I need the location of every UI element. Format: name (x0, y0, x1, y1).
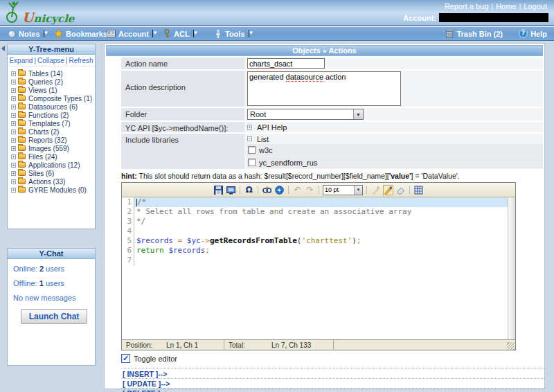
code-area[interactable]: 1/*2* Select all rows from table and cre… (122, 197, 515, 339)
library-label: w3c (259, 146, 273, 154)
svg-text:?: ? (521, 30, 525, 37)
tree-item-tables-14[interactable]: +Tables (14) (11, 69, 95, 78)
launch-chat-button[interactable]: Launch Chat (21, 309, 88, 324)
tree-action-collapse[interactable]: Collapse (37, 57, 64, 64)
editor-vertical-scrollbar[interactable] (508, 197, 515, 339)
expand-plus-icon[interactable]: + (11, 154, 16, 159)
eraser-icon[interactable] (395, 185, 406, 195)
tree-item-label: Queries (2) (28, 78, 63, 86)
folder-select[interactable]: Root ▼ (247, 109, 364, 120)
redo-icon[interactable]: ↷ (305, 185, 315, 195)
font-size-select[interactable]: 10 pt ▼ (323, 185, 363, 195)
tree-item-actions-33[interactable]: +Actions (33) (11, 177, 95, 186)
tree-item-sites-6[interactable]: +Sites (6) (11, 169, 95, 177)
toggle-editor-checkbox[interactable]: ✓ (121, 354, 130, 363)
expand-plus-icon[interactable]: + (11, 179, 16, 184)
tree-item-datasources-6[interactable]: +Datasources (6) (11, 103, 95, 111)
expand-plus-icon[interactable]: + (11, 105, 16, 109)
unicycle-logo[interactable]: Unicycle (4, 1, 87, 24)
folder-icon (18, 87, 26, 93)
tree-item-charts-2[interactable]: +Charts (2) (11, 127, 95, 136)
tree-item-queries-2[interactable]: +Queries (2) (11, 78, 95, 86)
tree-item-templates-7[interactable]: +Templates (7) (11, 119, 95, 127)
fullscreen-icon[interactable] (226, 185, 236, 195)
code-line-2[interactable]: 2* Select all rows from table and create… (122, 207, 515, 217)
tree-item-files-24[interactable]: +Files (24) (11, 152, 95, 161)
font-size-select-arrow-icon[interactable]: ▼ (354, 186, 362, 195)
tree-item-views-1[interactable]: +Views (1) (11, 86, 95, 94)
slot-link-update[interactable]: [ UPDATE ]--> (121, 379, 544, 389)
expand-plus-icon[interactable]: + (11, 188, 16, 193)
format-painter-icon[interactable] (370, 185, 381, 195)
expand-plus-icon[interactable]: + (11, 113, 16, 118)
folder-icon (18, 145, 26, 151)
tree-action-expand[interactable]: Expand (9, 57, 33, 64)
line-number: 6 (122, 246, 134, 256)
help-icon: ? (519, 29, 528, 38)
goto-icon[interactable] (274, 185, 285, 195)
tree-item-images-559[interactable]: +Images (559) (11, 144, 95, 152)
folder-icon (18, 96, 26, 101)
highlight-brush-icon[interactable] (383, 185, 393, 195)
action-name-input[interactable]: charts_dsact (247, 58, 325, 69)
editor-resize-grip[interactable] (507, 342, 515, 350)
expand-plus-icon[interactable]: + (11, 171, 16, 176)
code-line-1[interactable]: 1/* (122, 197, 515, 207)
undo-icon[interactable]: ↶ (292, 185, 303, 195)
expand-plus-icon[interactable]: + (11, 96, 16, 101)
total-value: Ln 7, Ch 133 (267, 340, 334, 350)
save-icon[interactable] (213, 185, 224, 195)
menu-item-label: Tools (225, 30, 245, 38)
tree-action-refresh[interactable]: Refresh (69, 57, 93, 64)
code-line-3[interactable]: 3*/ (122, 217, 515, 226)
tree-item-reports-32[interactable]: +Reports (32) (11, 136, 95, 144)
menu-item-bookmarks[interactable]: Bookmarks▼ (54, 29, 111, 38)
menu-item-acl[interactable]: ACL▼ (162, 29, 194, 38)
expand-plus-icon[interactable]: + (11, 121, 16, 126)
menu-item-tools[interactable]: Tools▼ (213, 29, 249, 38)
expand-plus-icon[interactable]: + (11, 146, 16, 151)
tree-item-functions-2[interactable]: +Functions (2) (11, 111, 95, 119)
menu-item-notes[interactable]: Notes▼ (7, 29, 44, 38)
tree-item-gyre-modules-0[interactable]: +GYRE Modules (0) (11, 186, 95, 194)
folder-icon (18, 112, 26, 118)
position-value: Ln 1, Ch 1 (162, 340, 224, 350)
library-checkbox-yc_sendform_rus[interactable] (248, 159, 256, 166)
menu-item-account[interactable]: Account▼ (107, 29, 153, 38)
sidebar-collapse-arrow[interactable] (1, 46, 5, 51)
hint-text: hint: This slot should return data as a … (121, 172, 544, 180)
library-checkbox-w3c[interactable] (248, 146, 256, 154)
menu-item-trash-bin-2[interactable]: Trash Bin (2) (445, 29, 503, 38)
tree-item-applications-12[interactable]: +Applications (12) (11, 161, 95, 169)
code-line-6[interactable]: 6return $records; (122, 246, 515, 256)
find-icon[interactable] (262, 185, 272, 195)
expand-plus-icon[interactable]: + (11, 88, 16, 93)
api-help-expand-icon[interactable]: + (247, 125, 252, 130)
include-libraries-label: Include libraries (121, 134, 244, 169)
toggle-grid-icon[interactable] (413, 185, 424, 195)
action-description-textarea[interactable]: generated datasource action (247, 71, 401, 106)
expand-plus-icon[interactable]: + (11, 80, 16, 84)
expand-plus-icon[interactable]: + (11, 130, 16, 134)
folder-icon (18, 104, 26, 109)
tree-item-composite-types-1[interactable]: +Composite Types (1) (11, 94, 95, 103)
libraries-collapse-icon[interactable]: − (247, 136, 252, 141)
expand-plus-icon[interactable]: + (11, 163, 16, 168)
slot-link-insert[interactable]: [ INSERT ]--> (121, 369, 544, 379)
menu-item-help[interactable]: ?Help (519, 29, 547, 38)
folder-select-arrow-icon[interactable]: ▼ (353, 109, 363, 119)
special-chars-icon[interactable]: Ω (244, 185, 254, 195)
slot-link-delete[interactable]: [ DELETE ]--> (121, 389, 544, 392)
top-link-logout[interactable]: Logout (524, 2, 547, 10)
expand-plus-icon[interactable]: + (11, 138, 16, 143)
expand-plus-icon[interactable]: + (11, 71, 16, 76)
tree-item-label: Actions (33) (28, 178, 65, 186)
code-line-4[interactable]: 4 (122, 226, 515, 236)
top-link-home[interactable]: Home (496, 2, 516, 10)
api-help-link[interactable]: API Help (257, 123, 287, 132)
code-line-7[interactable]: 7 (122, 256, 515, 265)
top-link-report-a-bug[interactable]: Report a bug (445, 2, 489, 10)
code-line-5[interactable]: 5$records = $yc->getRecordsFromTable('ch… (122, 236, 515, 246)
line-code (134, 256, 508, 265)
tree-menu-actions: Expand|Collapse|Refresh (8, 55, 95, 66)
